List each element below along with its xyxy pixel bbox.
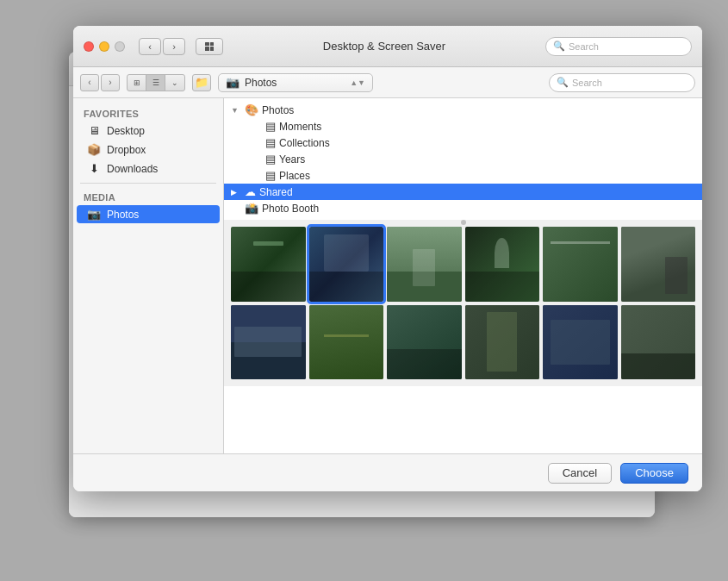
photo-cell-3[interactable]: [387, 227, 462, 302]
photo-cell-6[interactable]: [621, 227, 696, 302]
file-picker-dialog: ‹ › Desktop & Screen Saver 🔍 Search ‹ › …: [73, 26, 702, 491]
dialog-titlebar: ‹ › Desktop & Screen Saver 🔍 Search: [73, 26, 702, 67]
photo-cell-1[interactable]: [231, 227, 306, 302]
moments-icon: ▤: [265, 120, 276, 133]
photo-shape: [231, 272, 306, 302]
toolbar-back-button[interactable]: ‹: [80, 74, 99, 91]
tree-item-places[interactable]: ▤ Places: [224, 167, 702, 184]
back-button[interactable]: ‹: [139, 38, 161, 55]
new-folder-icon: 📁: [195, 76, 208, 89]
p9-shape: [387, 349, 462, 379]
dropbox-icon: 📦: [87, 143, 101, 156]
minimize-button[interactable]: [99, 41, 109, 52]
sidebar-item-desktop[interactable]: 🖥 Desktop: [77, 122, 220, 140]
chevron-down-view[interactable]: ⌄: [165, 75, 184, 91]
sidebar-item-downloads-label: Downloads: [107, 163, 158, 175]
years-icon: ▤: [265, 153, 276, 166]
sidebar-item-dropbox-label: Dropbox: [107, 144, 146, 156]
camera-icon: 📷: [226, 76, 240, 89]
tree-label-photobooth: Photo Booth: [262, 203, 319, 215]
favorites-label: Favorites: [73, 105, 223, 121]
nav-buttons: ‹ ›: [139, 38, 185, 55]
desktop-background: Desktop & Screen Saver 🔍 Search + − Chan…: [0, 0, 728, 581]
scroll-indicator: [461, 220, 466, 225]
toolbar-forward-button[interactable]: ›: [101, 74, 120, 91]
photo-cell-4[interactable]: [465, 227, 540, 302]
titlebar-search-icon: 🔍: [553, 41, 565, 52]
close-button[interactable]: [84, 41, 94, 52]
photo-grid: [224, 220, 702, 386]
photo-cell-10[interactable]: [465, 305, 540, 380]
maximize-button: [115, 41, 125, 52]
right-panel: ▼ 🎨 Photos ▤ Moments ▤ Collections: [224, 98, 702, 453]
traffic-lights: [84, 41, 125, 52]
tree-item-moments[interactable]: ▤ Moments: [224, 118, 702, 134]
p4-shape: [465, 272, 540, 302]
tree-label-shared: Shared: [259, 186, 293, 198]
photo-shape2: [324, 234, 369, 272]
sidebar: Favorites 🖥 Desktop 📦 Dropbox ⬇ Download…: [73, 98, 224, 453]
tree-label-photos: Photos: [262, 104, 294, 116]
choose-button[interactable]: Choose: [620, 463, 688, 484]
shared-disclosure: ▶: [231, 188, 241, 197]
photo-cell-2[interactable]: [309, 227, 384, 302]
source-tree: ▼ 🎨 Photos ▤ Moments ▤ Collections: [224, 98, 702, 453]
content-area: Favorites 🖥 Desktop 📦 Dropbox ⬇ Download…: [73, 98, 702, 453]
tree-item-years[interactable]: ▤ Years: [224, 151, 702, 167]
desktop-icon: 🖥: [87, 124, 101, 137]
sidebar-item-downloads[interactable]: ⬇ Downloads: [77, 159, 220, 178]
icon-view-button[interactable]: ⊞: [128, 75, 146, 91]
photos-tree-icon: 🎨: [245, 103, 258, 116]
photo-cell-7[interactable]: [231, 305, 306, 380]
source-dropdown[interactable]: 📷 Photos ▲▼: [218, 73, 373, 92]
photo-cell-12[interactable]: [621, 305, 696, 380]
tree-item-photos[interactable]: ▼ 🎨 Photos: [224, 102, 702, 118]
tree-item-collections[interactable]: ▤ Collections: [224, 134, 702, 151]
photo-cell-11[interactable]: [543, 305, 618, 380]
tree-label-years: Years: [279, 153, 305, 166]
collections-icon: ▤: [265, 136, 276, 149]
tree-item-shared[interactable]: ▶ ☁ Shared: [224, 184, 702, 200]
view-toggle[interactable]: ⊞ ☰ ⌄: [127, 74, 185, 91]
dialog-title: Desktop & Screen Saver: [230, 40, 538, 53]
titlebar-search-placeholder: Search: [569, 41, 599, 52]
downloads-icon: ⬇: [87, 162, 101, 175]
photo-grid-container: [224, 216, 702, 390]
tree-label-collections: Collections: [279, 137, 330, 149]
sidebar-item-dropbox[interactable]: 📦 Dropbox: [77, 141, 220, 159]
photo-shape3: [309, 272, 384, 302]
bottom-bar: Cancel Choose: [73, 453, 702, 491]
grid-icon: [205, 42, 214, 51]
photobooth-icon: 📸: [245, 202, 258, 215]
cancel-button[interactable]: Cancel: [548, 463, 612, 484]
dropdown-chevrons: ▲▼: [350, 78, 365, 87]
forward-button[interactable]: ›: [163, 38, 185, 55]
toolbar-nav: ‹ ›: [80, 74, 120, 91]
toolbar-search-placeholder: Search: [572, 78, 602, 88]
list-view-button[interactable]: ☰: [146, 75, 165, 91]
sidebar-divider-1: [80, 183, 216, 184]
sidebar-item-photos[interactable]: 📷 Photos: [77, 205, 220, 223]
view-grid-button[interactable]: [196, 38, 223, 55]
toolbar-search-icon: 🔍: [557, 77, 569, 88]
sidebar-item-desktop-label: Desktop: [107, 125, 145, 137]
photo-cell-5[interactable]: [543, 227, 618, 302]
toolbar-search-field[interactable]: 🔍 Search: [549, 73, 695, 92]
sidebar-item-photos-label: Photos: [107, 209, 139, 221]
tree-label-moments: Moments: [279, 121, 321, 133]
photos-disclosure: ▼: [231, 106, 241, 115]
tree-label-places: Places: [279, 170, 310, 182]
photos-icon: 📷: [87, 208, 101, 221]
titlebar-search-field[interactable]: 🔍 Search: [545, 37, 692, 56]
shared-icon: ☁: [245, 185, 256, 198]
places-icon: ▤: [265, 169, 276, 182]
toolbar: ‹ › ⊞ ☰ ⌄ 📁 📷 Photos ▲▼ 🔍 Search: [73, 67, 702, 98]
photo-cell-9[interactable]: [387, 305, 462, 380]
source-label: Photos: [245, 77, 277, 89]
media-label: Media: [73, 189, 223, 204]
new-folder-button[interactable]: 📁: [192, 74, 211, 91]
photo-cell-8[interactable]: [309, 305, 384, 380]
tree-item-photobooth[interactable]: 📸 Photo Booth: [224, 200, 702, 216]
